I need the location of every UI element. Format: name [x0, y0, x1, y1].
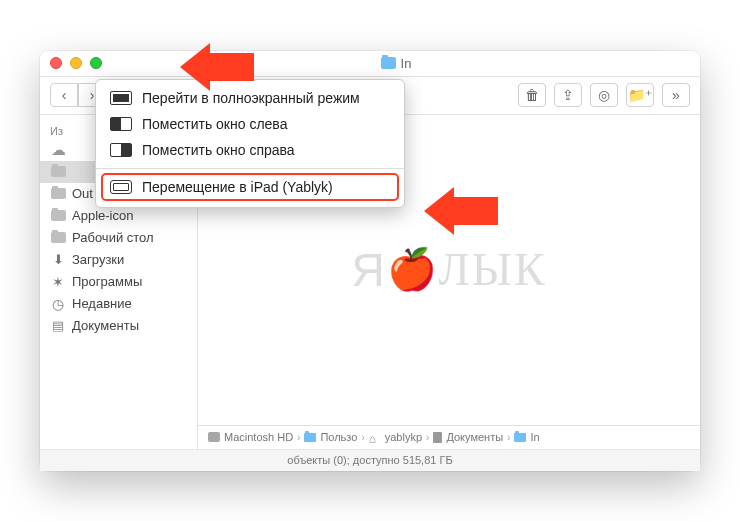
sidebar-item-label: Out	[72, 186, 93, 201]
sidebar-item-label: Документы	[72, 318, 139, 333]
fullscreen-rect-icon	[110, 91, 132, 105]
ipad-icon	[110, 180, 132, 194]
sidebar-item-desktop[interactable]: Рабочий стол	[40, 227, 197, 249]
minimize-button[interactable]	[70, 57, 82, 69]
sidebar-item-downloads[interactable]: Загрузки	[40, 249, 197, 271]
menu-tile-left[interactable]: Поместить окно слева	[96, 111, 404, 137]
apps-icon	[50, 274, 66, 290]
menu-separator	[96, 168, 404, 169]
sidebar-item-label: Apple-icon	[72, 208, 133, 223]
crumb-in[interactable]: In	[514, 431, 539, 443]
folder-icon	[304, 433, 316, 442]
finder-window: In ‹ › ▦ ≡ 🗑 ⇪ ◎ 📁⁺ » Из	[40, 51, 700, 471]
watermark-logo: Я🍎ЛЫК	[351, 243, 546, 297]
back-button[interactable]: ‹	[50, 83, 78, 107]
home-icon	[369, 432, 381, 442]
documents-icon	[50, 318, 66, 334]
share-button[interactable]: ⇪	[554, 83, 582, 107]
crumb-home[interactable]: yablykp	[369, 431, 422, 443]
annotation-arrow-top	[180, 43, 254, 91]
annotation-arrow-mid	[424, 187, 498, 235]
toolbar-overflow[interactable]: »	[662, 83, 690, 107]
folder-icon	[50, 186, 66, 202]
tags-button[interactable]: ◎	[590, 83, 618, 107]
clock-icon	[50, 296, 66, 312]
status-text: объекты (0); доступно 515,81 ГБ	[287, 454, 452, 466]
cloud-icon	[50, 142, 66, 158]
menu-tile-right[interactable]: Поместить окно справа	[96, 137, 404, 163]
document-icon	[433, 432, 442, 443]
titlebar: In	[40, 51, 700, 77]
folder-icon	[50, 208, 66, 224]
hdd-icon	[208, 432, 220, 442]
sidebar-item-recents[interactable]: Недавние	[40, 293, 197, 315]
sidebar-item-documents[interactable]: Документы	[40, 315, 197, 337]
download-icon	[50, 252, 66, 268]
fullscreen-button[interactable]	[90, 57, 102, 69]
folder-icon	[50, 164, 66, 180]
status-bar: объекты (0); доступно 515,81 ГБ	[40, 449, 700, 471]
tile-left-icon	[110, 117, 132, 131]
new-folder-button[interactable]: 📁⁺	[626, 83, 654, 107]
sidebar-item-applications[interactable]: Программы	[40, 271, 197, 293]
sidebar-item-label: Рабочий стол	[72, 230, 154, 245]
sidebar-item-apple-icon[interactable]: Apple-icon	[40, 205, 197, 227]
fullscreen-menu: Перейти в полноэкранный режим Поместить …	[95, 79, 405, 208]
tile-right-icon	[110, 143, 132, 157]
traffic-lights	[50, 57, 102, 69]
crumb-root[interactable]: Macintosh HD	[208, 431, 293, 443]
path-bar: Macintosh HD › Пользо › yablykp › Докуме…	[198, 425, 700, 449]
crumb-users[interactable]: Пользо	[304, 431, 357, 443]
menu-move-to-ipad[interactable]: Перемещение в iPad (Yablyk)	[102, 174, 398, 200]
sidebar-item-label: Программы	[72, 274, 142, 289]
sidebar-item-label: Загрузки	[72, 252, 124, 267]
folder-icon	[514, 433, 526, 442]
trash-button[interactable]: 🗑	[518, 83, 546, 107]
folder-icon	[50, 230, 66, 246]
folder-icon	[381, 57, 396, 69]
sidebar-item-label: Недавние	[72, 296, 132, 311]
crumb-documents[interactable]: Документы	[433, 431, 503, 443]
close-button[interactable]	[50, 57, 62, 69]
window-title-text: In	[401, 56, 412, 71]
